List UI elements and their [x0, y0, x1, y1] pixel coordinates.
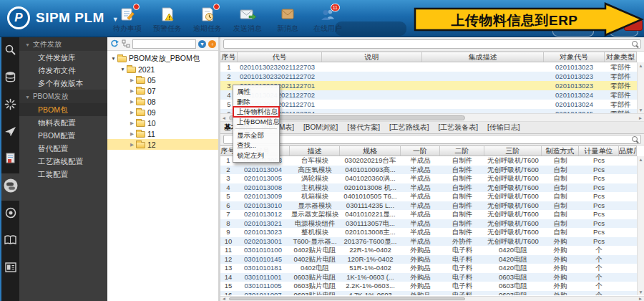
column-header[interactable]: 对象类型 — [605, 52, 637, 62]
table-row[interactable]: 2020101302320211227020201013023零部件 — [220, 72, 637, 81]
rail-item-book[interactable] — [1, 228, 19, 255]
sidebar-item-工艺路线配置[interactable]: 工艺路线配置 — [19, 155, 107, 168]
column-header[interactable]: 序号 — [220, 52, 238, 62]
tab-item[interactable]: [工艺路线表] — [389, 123, 429, 133]
detail-search-input[interactable] — [223, 135, 641, 144]
rail-item-support[interactable] — [1, 201, 19, 228]
rail-item-loading[interactable] — [1, 92, 19, 119]
alert-task-button[interactable]: 预警任务 — [147, 4, 187, 34]
tree-node[interactable]: ▶08 — [107, 96, 218, 107]
context-menu-item[interactable]: 删除 — [233, 97, 279, 107]
table-row[interactable]: 1403010110010603贴片电阻1K-1%-0603 (...外购品电子… — [220, 273, 637, 282]
column-header[interactable]: 一阶 — [401, 146, 440, 156]
topbar-search-pill[interactable] — [335, 22, 406, 36]
expand-arrow-icon[interactable]: ▶ — [129, 131, 135, 137]
todo-button[interactable]: 待办事项 — [107, 4, 147, 34]
context-menu-item[interactable]: 显示全部 — [233, 130, 279, 140]
column-header[interactable]: 制造方式 — [542, 146, 579, 156]
table-row[interactable]: 5020101302420211227010201013024零部件 — [220, 100, 637, 109]
table-row[interactable]: 1603010110070603贴片电阻4.7K-1%-0603外购品电子料06… — [220, 291, 637, 296]
expand-arrow-icon[interactable]: ▶ — [129, 88, 135, 94]
table-row[interactable]: 70201013012显示器支架模块0401010221显...半成品自制件无创… — [220, 210, 637, 219]
column-header[interactable]: 代号 — [238, 52, 322, 62]
rail-item-send[interactable] — [1, 119, 19, 146]
table-row[interactable]: 60201013010显示器模块0301114235 L...半成品自制件无创呼… — [220, 201, 637, 211]
tab-item[interactable]: [替代方案] — [347, 123, 380, 133]
context-menu-item[interactable]: 锁定左列 — [233, 150, 279, 161]
table-row[interactable]: 80201013021电源模块组件0301113057电...半成品自制件无创呼… — [220, 219, 637, 229]
table-row[interactable]: 90201013023整机模块0201013008主...半成品自制件无创呼吸机… — [220, 228, 637, 237]
column-header[interactable]: 说明 — [322, 52, 422, 62]
table-row[interactable]: 1020101302320211227030201013023零部件 — [220, 62, 637, 72]
sidebar-item-工装配置[interactable]: 工装配置 — [19, 168, 107, 181]
expand-arrow-icon[interactable]: ▶ — [129, 110, 135, 115]
app-logo[interactable]: P SIPM PLM ▼ — [7, 6, 119, 29]
overdue-task-button[interactable]: 逾期任务 — [187, 4, 228, 34]
collapse-arrow-icon[interactable]: ▼ — [110, 56, 117, 61]
send-message-button[interactable]: 发送消息 — [228, 4, 268, 34]
rail-item-report[interactable] — [1, 146, 19, 173]
scroll-left-icon[interactable]: ◄ — [220, 297, 228, 301]
sidebar-item-PBOM配置[interactable]: PBOM配置 — [19, 129, 107, 142]
package-table-hscrollbar[interactable]: ◄► — [220, 113, 644, 122]
table-row[interactable]: 30201013005涡轮模块0401020360涡...半成品自制件无创呼吸机… — [220, 174, 637, 183]
column-header[interactable]: 描述 — [290, 146, 340, 156]
rail-item-card[interactable] — [1, 255, 19, 282]
search-icon[interactable] — [632, 41, 639, 48]
sidebar-item-替代配置[interactable]: 替代配置 — [19, 142, 107, 155]
new-message-button[interactable]: 新消息 — [268, 4, 308, 34]
context-menu-item[interactable]: 查找... — [233, 140, 279, 150]
tree-node[interactable]: ▶07 — [107, 85, 218, 96]
tree-node[interactable]: ▶09 — [107, 107, 218, 118]
tree-search-input[interactable] — [132, 39, 196, 49]
rail-item-chat[interactable] — [1, 173, 19, 201]
hscroll-thumb[interactable] — [229, 297, 465, 300]
context-menu-item-highlighted[interactable]: 上传物料信息 — [233, 107, 279, 117]
context-menu-item[interactable]: 上传BOM信息 — [233, 117, 279, 127]
scroll-left-icon[interactable]: ◄ — [220, 114, 228, 122]
tab-item[interactable]: [工艺装备表] — [438, 123, 478, 133]
expand-arrow-icon[interactable]: ▶ — [129, 120, 135, 126]
table-row[interactable]: 40201013008主机模块0201013008 机...半成品自制件无创呼吸… — [220, 183, 637, 193]
scroll-down-icon[interactable]: ▼ — [638, 108, 644, 113]
rail-item-search[interactable] — [1, 37, 19, 64]
table-row[interactable]: 20201013004高压氧模块0401010093高...半成品自制件无创呼吸… — [220, 166, 637, 175]
scroll-right-icon[interactable]: ► — [637, 297, 644, 301]
sidebar-item-多个有效版本[interactable]: 多个有效版本 — [19, 77, 107, 90]
sidebar-item-PBOM包[interactable]: PBOM包 — [19, 103, 107, 116]
package-search-input[interactable] — [223, 39, 641, 49]
tree-node[interactable]: ▶05 — [107, 75, 218, 85]
package-table-vscrollbar[interactable]: ▲▼ — [637, 62, 644, 113]
column-header[interactable]: 规格 — [340, 146, 401, 156]
table-row[interactable]: 10201013003台车模块0302020219台车半成品自制件无创呼吸机/T… — [220, 156, 637, 166]
column-header[interactable]: 计量单位 — [579, 146, 619, 156]
tree-node[interactable]: ▼2021 — [107, 64, 218, 75]
table-row[interactable]: 3020101302320211227010201013023零部件 — [220, 81, 637, 90]
table-row[interactable]: 1303010101810402电阻51R-1%-0402外购品电子料0420电… — [220, 264, 637, 273]
table-row[interactable]: 1203010101450402贴片电阻120R-1%-0402外购品电子料04… — [220, 255, 637, 264]
scroll-up-icon[interactable]: ▲ — [638, 63, 644, 68]
hierarchy-icon[interactable] — [121, 39, 130, 49]
sidebar-item-文件发放库[interactable]: 文件发放库 — [19, 51, 107, 64]
context-menu-item[interactable]: 属性 — [233, 87, 279, 97]
column-header[interactable]: 品牌厂 — [619, 146, 637, 156]
column-header[interactable]: 三阶 — [484, 146, 542, 156]
tree-node[interactable]: ▼PBOM发放_PBOM包 — [107, 53, 218, 64]
table-row[interactable]: 50201013009机箱模块0401010505 T6...半成品自制件无创呼… — [220, 192, 637, 201]
menu-section-header[interactable]: ▼文件发放 — [19, 37, 107, 51]
sidebar-item-待发布文件[interactable]: 待发布文件 — [19, 64, 107, 77]
search-icon[interactable] — [632, 136, 639, 143]
tree-node[interactable]: ▶12 — [107, 139, 218, 150]
table-row[interactable]: 1103010101000402贴片电阻22R-1%-0402外购品电子料042… — [220, 246, 637, 255]
refresh-icon[interactable] — [109, 39, 119, 49]
sidebar-item-物料表配置[interactable]: 物料表配置 — [19, 116, 107, 129]
table-row[interactable]: 1503010110050603贴片电阻2.2K-1%-0603...外购品电子… — [220, 282, 637, 291]
expand-arrow-icon[interactable]: ▶ — [129, 142, 135, 148]
scroll-right-icon[interactable]: ► — [637, 114, 644, 122]
tree-node[interactable]: ▶11 — [107, 128, 218, 139]
detail-table-vscrollbar[interactable]: ▲▼ — [637, 156, 644, 295]
expand-all-icon[interactable]: ＋ — [208, 40, 216, 48]
tab-item[interactable]: [BOM浏览] — [303, 123, 338, 133]
table-row[interactable]: 100202013001T600-显示器...201376-T600显...半成… — [220, 237, 637, 247]
expand-arrow-icon[interactable]: ▶ — [129, 99, 135, 105]
